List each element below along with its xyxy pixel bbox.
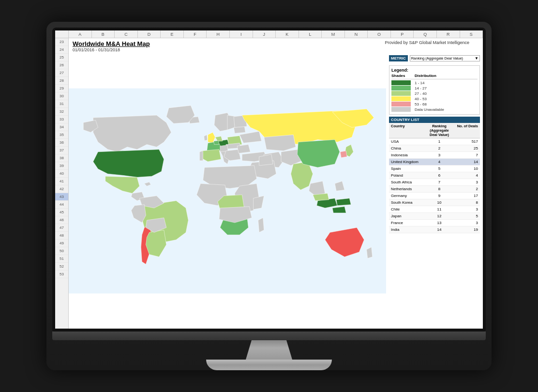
country-name: Japan: [391, 214, 425, 218]
legend-color-box: [391, 91, 411, 96]
col-Q: Q: [414, 30, 437, 38]
country-ranking: 14: [425, 227, 454, 232]
country-name: China: [391, 146, 425, 151]
country-deals: 4: [454, 173, 478, 178]
table-row[interactable]: Germany 9 17: [389, 193, 480, 199]
table-row[interactable]: United Kingdom 4 14: [389, 159, 480, 166]
legend-color-box: [391, 80, 411, 85]
row-44: 44: [55, 201, 68, 209]
row-47: 47: [55, 224, 68, 232]
country-ranking: 10: [425, 200, 454, 205]
row-43: 43: [55, 193, 68, 201]
table-row[interactable]: France 13 3: [389, 220, 480, 226]
country-deals: 3: [454, 207, 478, 211]
sidebar: METRIC Ranking (Aggregate Deal Value) ▼ …: [386, 53, 483, 329]
table-row[interactable]: Poland 6 4: [389, 172, 480, 179]
col-L: L: [299, 30, 322, 38]
legend-row: 1 - 14: [391, 80, 478, 85]
row-37: 37: [55, 147, 68, 154]
legend-row: 27 - 40: [391, 91, 478, 96]
table-row[interactable]: USA 1 517: [389, 138, 480, 145]
table-row[interactable]: Netherlands 8 2: [389, 186, 480, 193]
col-B: B: [92, 30, 115, 38]
col-P: P: [391, 30, 414, 38]
table-row[interactable]: China 2 25: [389, 145, 480, 152]
row-41: 41: [55, 178, 68, 185]
row-29: 29: [55, 85, 68, 92]
legend-dist-text: 27 - 40: [415, 91, 427, 96]
map-date-range: 01/01/2016 - 01/31/2018: [73, 47, 150, 52]
country-ranking: 6: [425, 173, 454, 178]
table-row[interactable]: Japan 12 5: [389, 213, 480, 220]
legend-row: Data Unavailable: [391, 107, 478, 112]
row-27: 27: [55, 69, 68, 77]
country-name: Chile: [391, 207, 425, 211]
table-row[interactable]: Chile 11 3: [389, 206, 480, 213]
country-name: Germany: [391, 194, 425, 198]
row-39: 39: [55, 162, 68, 170]
col-A: A: [69, 30, 92, 38]
row-53: 53: [55, 271, 68, 278]
row-25: 25: [55, 54, 68, 61]
col-deals-header: No. of Deals: [454, 124, 478, 137]
country-ranking: 11: [425, 207, 454, 211]
country-list-section: COUNTRY LIST Country Ranking(AggregateDe…: [389, 117, 480, 327]
col-D: D: [138, 30, 161, 38]
country-name: Netherlands: [391, 187, 425, 191]
row-30: 30: [55, 92, 68, 100]
table-row[interactable]: Indonesia 3 7: [389, 152, 480, 159]
row-50: 50: [55, 247, 68, 255]
legend-dist-text: 40 - 53: [415, 97, 427, 101]
country-ranking: 8: [425, 187, 454, 191]
country-ranking: 12: [425, 214, 454, 218]
col-H: H: [207, 30, 230, 38]
row-48: 48: [55, 232, 68, 240]
country-ranking: 9: [425, 194, 454, 198]
col-I: I: [230, 30, 253, 38]
country-name: United Kingdom: [391, 160, 425, 164]
country-name: USA: [391, 139, 425, 144]
country-name: South Korea: [391, 200, 425, 205]
row-52: 52: [55, 263, 68, 271]
country-deals: 5: [454, 214, 478, 218]
country-ranking: 3: [425, 153, 454, 157]
legend-color-box: [391, 107, 411, 112]
country-ranking: 7: [425, 180, 454, 184]
row-42: 42: [55, 185, 68, 193]
row-34: 34: [55, 123, 68, 131]
dropdown-arrow-icon[interactable]: ▼: [475, 56, 478, 60]
country-ranking: 1: [425, 139, 454, 144]
table-row[interactable]: India 14 19: [389, 226, 480, 233]
metric-row: METRIC Ranking (Aggregate Deal Value) ▼: [389, 55, 480, 61]
country-deals: 8: [454, 200, 478, 205]
country-ranking: 13: [425, 221, 454, 225]
shades-header: Shades: [391, 74, 411, 78]
legend-dist-text: Data Unavailable: [415, 107, 444, 112]
country-deals: 3: [454, 180, 478, 184]
metric-dropdown[interactable]: Ranking (Aggregate Deal Value) ▼: [410, 55, 480, 61]
country-deals: 10: [454, 166, 478, 171]
legend-dist-text: 14 - 27: [415, 86, 427, 90]
country-name: Spain: [391, 166, 425, 171]
legend-title: Legend:: [391, 68, 478, 73]
table-row[interactable]: Spain 5 10: [389, 166, 480, 172]
distribution-header: Distribution: [415, 74, 478, 78]
country-deals: 25: [454, 146, 478, 151]
row-num-spacer: [55, 30, 69, 38]
country-deals: 19: [454, 227, 478, 232]
country-name: India: [391, 227, 425, 232]
legend-dist-text: 1 - 14: [415, 81, 424, 85]
country-name: Indonesia: [391, 153, 425, 157]
metric-label: METRIC: [389, 55, 408, 61]
row-33: 33: [55, 116, 68, 123]
col-K: K: [276, 30, 299, 38]
col-C: C: [115, 30, 138, 38]
legend-color-box: [391, 96, 411, 101]
table-row[interactable]: South Africa 7 3: [389, 179, 480, 186]
country-deals: 7: [454, 153, 478, 157]
table-row[interactable]: South Korea 10 8: [389, 199, 480, 206]
legend-section: Legend: Shades Distribution 1 - 14 14 - …: [389, 65, 480, 115]
stand-neck: [240, 340, 298, 360]
country-table[interactable]: Country Ranking(AggregateDeal Value) No.…: [389, 123, 480, 327]
country-name: South Africa: [391, 180, 425, 184]
